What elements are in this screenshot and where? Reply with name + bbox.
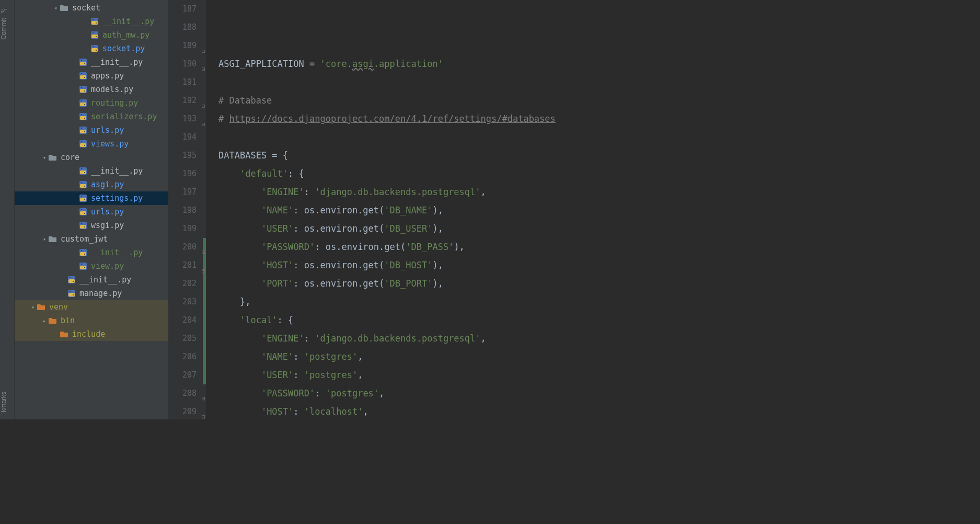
chevron-down-icon[interactable]: ▾	[29, 304, 37, 310]
code-line-195[interactable]: 'NAME': os.environ.get('DB_NAME'),	[218, 201, 784, 220]
line-number[interactable]: 193	[168, 110, 197, 128]
line-number[interactable]: 190	[168, 55, 197, 73]
excluded-folder-icon	[48, 316, 57, 325]
fold-toggle-icon[interactable]: ⊟	[200, 97, 207, 115]
tree-item-wsgi-py[interactable]: wsgi.py	[15, 219, 168, 232]
line-number[interactable]: 189	[168, 37, 197, 55]
code-line-189[interactable]: # Database	[218, 92, 784, 110]
tree-item-auth_mw-py[interactable]: auth_mw.py	[15, 28, 168, 42]
code-line-192[interactable]: DATABASES = {	[218, 146, 784, 165]
code-line-205[interactable]: 'PASSWORD': 'postgres',	[218, 384, 784, 403]
tree-item-venv[interactable]: ▾venv	[15, 300, 168, 314]
code-line-197[interactable]: 'PASSWORD': os.environ.get('DB_PASS'),	[218, 238, 784, 256]
tree-item-routing-py[interactable]: routing.py	[15, 96, 168, 110]
code-line-206[interactable]: 'HOST': 'localhost',	[218, 403, 784, 419]
tree-item-urls-py[interactable]: urls.py	[15, 123, 168, 137]
line-number[interactable]: 207	[168, 366, 197, 384]
code-line-194[interactable]: 'ENGINE': 'django.db.backends.postgresql…	[218, 183, 784, 201]
tree-item-__init__-py[interactable]: __init__.py	[15, 15, 168, 28]
line-number[interactable]: 208	[168, 384, 197, 403]
token-str: 'PASSWORD'	[261, 388, 315, 398]
line-number[interactable]: 195	[168, 146, 197, 165]
line-number[interactable]: 196	[168, 165, 197, 183]
python-file-icon	[90, 17, 99, 26]
fold-toggle-icon[interactable]: ⊟	[200, 390, 207, 408]
line-number[interactable]: 194	[168, 128, 197, 146]
tree-item-__init__-py[interactable]: __init__.py	[15, 246, 168, 259]
tree-item-urls-py[interactable]: urls.py	[15, 205, 168, 219]
token-def: = {	[272, 150, 288, 161]
line-number[interactable]: 205	[168, 329, 197, 348]
line-number[interactable]: 187	[168, 0, 197, 18]
tree-item-core[interactable]: ▾core	[15, 151, 168, 164]
token-def	[218, 260, 261, 270]
chevron-down-icon[interactable]: ▾	[41, 236, 48, 242]
code-line-202[interactable]: 'ENGINE': 'django.db.backends.postgresql…	[218, 329, 784, 348]
code-line-191[interactable]	[218, 128, 784, 146]
tree-item-socket[interactable]: ▾socket	[15, 1, 168, 15]
tree-item-settings-py[interactable]: settings.py	[15, 191, 168, 205]
code-line-199[interactable]: 'PORT': os.environ.get('DB_PORT'),	[218, 275, 784, 293]
fold-toggle-icon[interactable]: ⊟	[200, 42, 207, 60]
code-line-188[interactable]	[218, 73, 784, 92]
line-number[interactable]: 204	[168, 311, 197, 329]
tree-item-views-py[interactable]: views.py	[15, 137, 168, 151]
code-line-200[interactable]: },	[218, 293, 784, 311]
line-number[interactable]: 199	[168, 220, 197, 238]
token-str: 'NAME'	[261, 205, 293, 215]
code-line-203[interactable]: 'NAME': 'postgres',	[218, 348, 784, 366]
tree-item-models-py[interactable]: models.py	[15, 83, 168, 96]
tree-item-label: models.py	[91, 85, 133, 94]
svg-point-42	[81, 168, 82, 169]
chevron-down-icon[interactable]: ▾	[52, 5, 60, 11]
code-line-201[interactable]: 'local': {	[218, 311, 784, 329]
code-area[interactable]: ⊟⊟⊟⊟⊟⊟⊟⊟ ASGI_APPLICATION = 'core.asgi.a…	[206, 0, 784, 419]
code-editor[interactable]: 1871881891901911921931941951961971981992…	[168, 0, 784, 419]
code-line-187[interactable]: ASGI_APPLICATION = 'core.asgi.applicatio…	[218, 55, 784, 73]
fold-toggle-icon[interactable]: ⊟	[200, 243, 207, 261]
line-number[interactable]: 206	[168, 348, 197, 366]
chevron-down-icon[interactable]: ▾	[41, 155, 48, 161]
tree-item-asgi-py[interactable]: asgi.py	[15, 178, 168, 191]
project-tree[interactable]: ▾socket__init__.pyauth_mw.pysocket.py__i…	[15, 0, 168, 419]
chevron-right-icon[interactable]: ▸	[41, 318, 48, 324]
code-line-190[interactable]: # https://docs.djangoproject.com/en/4.1/…	[218, 110, 784, 128]
fold-toggle-icon[interactable]: ⊟	[200, 60, 207, 78]
svg-rect-73	[68, 293, 75, 297]
line-number[interactable]: 202	[168, 275, 197, 293]
tree-item-serializers-py[interactable]: serializers.py	[15, 110, 168, 123]
code-line-198[interactable]: 'HOST': os.environ.get('DB_HOST'),	[218, 256, 784, 275]
fold-toggle-icon[interactable]: ⊟	[200, 261, 207, 280]
code-line-196[interactable]: 'USER': os.environ.get('DB_USER'),	[218, 220, 784, 238]
fold-toggle-icon[interactable]: ⊟	[200, 408, 207, 419]
tree-item-label: custom_jwt	[61, 234, 108, 244]
tree-item-__init__-py[interactable]: __init__.py	[15, 273, 168, 287]
tree-item-__init__-py[interactable]: __init__.py	[15, 55, 168, 69]
line-number[interactable]: 198	[168, 201, 197, 220]
line-number[interactable]: 188	[168, 18, 197, 37]
tree-item-custom_jwt[interactable]: ▾custom_jwt	[15, 232, 168, 246]
commit-tool-button[interactable]: Commit ⎇	[0, 4, 14, 43]
tree-item-__init__-py[interactable]: __init__.py	[15, 164, 168, 178]
line-number[interactable]: 197	[168, 183, 197, 201]
bookmarks-tool-button[interactable]: kmarks	[0, 389, 14, 415]
line-number[interactable]: 192	[168, 92, 197, 110]
line-number[interactable]: 201	[168, 256, 197, 275]
tree-item-manage-py[interactable]: manage.py	[15, 287, 168, 300]
line-number[interactable]: 203	[168, 293, 197, 311]
tree-item-socket-py[interactable]: socket.py	[15, 42, 168, 55]
svg-rect-65	[80, 266, 86, 269]
code-line-193[interactable]: 'default': {	[218, 165, 784, 183]
svg-point-14	[81, 60, 82, 61]
fold-toggle-icon[interactable]: ⊟	[200, 115, 207, 133]
tree-item-view-py[interactable]: view.py	[15, 259, 168, 273]
line-number[interactable]: 191	[168, 73, 197, 92]
code-line-204[interactable]: 'USER': 'postgres',	[218, 366, 784, 384]
line-number[interactable]: 200	[168, 238, 197, 256]
token-str: 'PORT'	[261, 278, 293, 289]
tree-item-include[interactable]: include	[15, 327, 168, 341]
tree-item-bin[interactable]: ▸bin	[15, 314, 168, 327]
line-number[interactable]: 209	[168, 403, 197, 419]
token-def	[218, 406, 261, 417]
tree-item-apps-py[interactable]: apps.py	[15, 69, 168, 83]
